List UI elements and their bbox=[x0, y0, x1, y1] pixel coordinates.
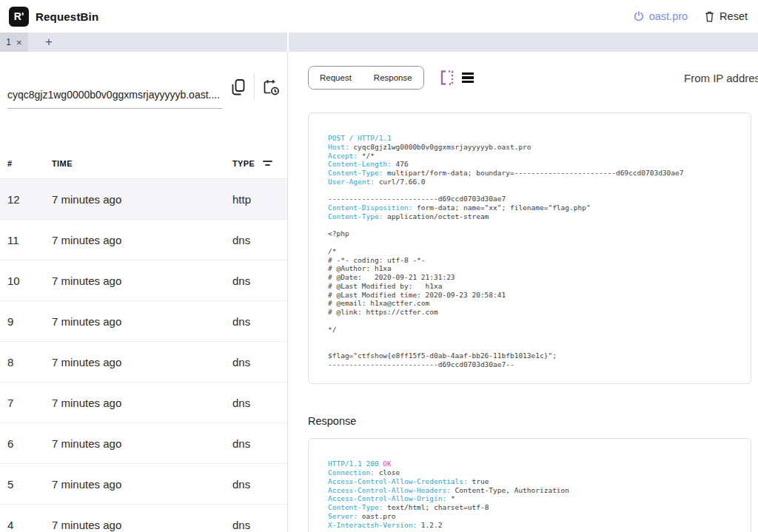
power-icon bbox=[633, 10, 645, 22]
row-type: dns bbox=[232, 275, 280, 287]
row-time: 7 minutes ago bbox=[52, 397, 232, 409]
from-ip-label: From IP addres bbox=[684, 72, 758, 84]
row-time: 7 minutes ago bbox=[52, 478, 232, 491]
row-time: 7 minutes ago bbox=[52, 315, 232, 328]
actions-divider bbox=[254, 73, 255, 100]
server-link-label: oast.pro bbox=[649, 10, 688, 22]
row-number: 9 bbox=[7, 315, 52, 328]
column-time: TIME bbox=[52, 159, 232, 168]
row-time: 7 minutes ago bbox=[52, 275, 232, 287]
row-type: dns bbox=[232, 437, 280, 450]
request-row[interactable]: 97 minutes agodns bbox=[0, 300, 287, 341]
row-number: 4 bbox=[7, 519, 52, 531]
row-type: dns bbox=[232, 519, 280, 531]
request-row[interactable]: 127 minutes agohttp bbox=[0, 178, 287, 219]
row-time: 7 minutes ago bbox=[52, 234, 232, 246]
app-title: RequestBin bbox=[36, 10, 98, 23]
row-type: dns bbox=[232, 356, 280, 368]
column-type: TYPE bbox=[232, 159, 280, 168]
bin-url-input[interactable] bbox=[7, 89, 222, 101]
requestbin-logo: R' bbox=[9, 7, 29, 27]
split-view-button[interactable] bbox=[440, 70, 455, 86]
requests-sidebar: # TIME TYPE 127 minutes agohttp117 minut… bbox=[0, 52, 288, 532]
rows-icon bbox=[462, 76, 474, 79]
detail-panel: Request Response From IP addres POST / H… bbox=[288, 52, 758, 532]
split-view-icon bbox=[440, 70, 455, 86]
url-row bbox=[0, 52, 287, 109]
table-header: # TIME TYPE bbox=[0, 148, 287, 178]
request-row[interactable]: 117 minutes agodns bbox=[0, 219, 287, 260]
filter-icon bbox=[265, 164, 270, 166]
clipboard-clock-icon bbox=[263, 78, 280, 96]
request-row[interactable]: 87 minutes agodns bbox=[0, 341, 287, 382]
row-number: 12 bbox=[7, 193, 52, 206]
rows-icon bbox=[462, 81, 474, 84]
tab-session-1[interactable]: 1 × bbox=[0, 33, 28, 52]
row-type: dns bbox=[232, 478, 280, 491]
request-row[interactable]: 67 minutes agodns bbox=[0, 422, 287, 463]
tab-bar: 1 × + bbox=[0, 33, 758, 52]
request-row[interactable]: 107 minutes agodns bbox=[0, 260, 287, 300]
url-field-wrap bbox=[7, 88, 222, 109]
request-toggle-button[interactable]: Request bbox=[309, 67, 363, 89]
list-view-button[interactable] bbox=[462, 73, 474, 84]
request-response-toggle: Request Response bbox=[308, 66, 424, 90]
row-time: 7 minutes ago bbox=[52, 193, 232, 206]
column-type-label: TYPE bbox=[232, 159, 255, 168]
column-number: # bbox=[7, 159, 52, 168]
row-time: 7 minutes ago bbox=[52, 519, 232, 531]
tab-label: 1 bbox=[6, 37, 11, 47]
row-type: dns bbox=[232, 315, 280, 328]
response-section-label: Response bbox=[308, 415, 758, 427]
filter-icon bbox=[263, 161, 272, 162]
request-code-block: POST / HTTP/1.1Host: cyqc8gjz1wg0000b0v0… bbox=[308, 112, 751, 384]
new-tab-button[interactable]: + bbox=[41, 33, 56, 52]
type-filter-button[interactable] bbox=[261, 159, 274, 167]
row-time: 7 minutes ago bbox=[52, 437, 232, 450]
copy-url-button[interactable] bbox=[231, 78, 246, 96]
server-link[interactable]: oast.pro bbox=[633, 10, 688, 22]
request-list: 127 minutes agohttp117 minutes agodns107… bbox=[0, 178, 287, 532]
reset-button[interactable]: Reset bbox=[704, 10, 748, 23]
row-number: 11 bbox=[7, 234, 52, 246]
trash-icon bbox=[704, 10, 715, 23]
request-row[interactable]: 47 minutes agodns bbox=[0, 504, 287, 532]
url-actions bbox=[222, 73, 280, 101]
rows-icon bbox=[462, 73, 474, 75]
row-number: 8 bbox=[7, 356, 52, 368]
request-row[interactable]: 57 minutes agodns bbox=[0, 463, 287, 504]
app-header: R' RequestBin oast.pro Reset bbox=[0, 0, 758, 33]
logo-text: R' bbox=[14, 10, 24, 22]
request-row[interactable]: 77 minutes agodns bbox=[0, 382, 287, 422]
row-type: dns bbox=[232, 234, 280, 246]
row-number: 7 bbox=[7, 397, 52, 409]
row-number: 5 bbox=[7, 478, 52, 491]
row-number: 10 bbox=[7, 275, 52, 287]
copy-schedule-button[interactable] bbox=[263, 78, 280, 96]
tab-close-icon[interactable]: × bbox=[16, 38, 22, 47]
copy-icon bbox=[231, 78, 246, 96]
panel-divider bbox=[287, 33, 289, 52]
row-type: dns bbox=[232, 397, 280, 409]
response-toggle-button[interactable]: Response bbox=[363, 67, 423, 89]
row-number: 6 bbox=[7, 437, 52, 450]
response-code-block: HTTP/1.1 200 OKConnection: closeAccess-C… bbox=[308, 438, 751, 532]
row-time: 7 minutes ago bbox=[52, 356, 232, 368]
reset-button-label: Reset bbox=[720, 10, 748, 22]
row-type: http bbox=[232, 193, 280, 206]
main-area: # TIME TYPE 127 minutes agohttp117 minut… bbox=[0, 52, 758, 532]
